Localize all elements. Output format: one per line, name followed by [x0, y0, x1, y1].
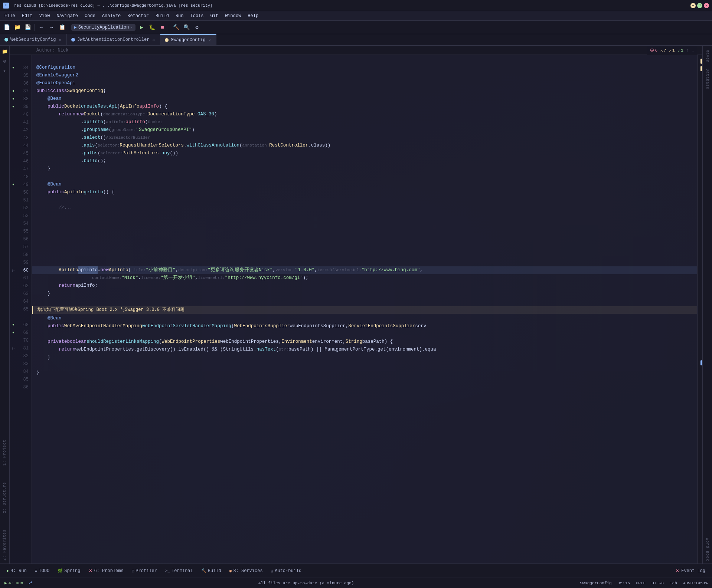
code-line-57 — [32, 243, 697, 251]
status-indent[interactable]: Tab — [668, 581, 679, 585]
maximize-button[interactable]: □ — [697, 3, 702, 8]
arrow-up[interactable]: ↑ — [686, 48, 689, 53]
toolbar-new-file[interactable]: 📄 — [2, 23, 11, 32]
tab-icon-websecurityconfig — [4, 38, 8, 42]
bottom-tab-spring[interactable]: 🌿 Spring — [54, 567, 84, 575]
ok-badge[interactable]: ✓ 1 — [678, 48, 683, 53]
line-num-54: 54 — [10, 220, 32, 227]
bottom-tab-services[interactable]: ◉ 8: Services — [226, 567, 267, 575]
tab-close-swaggerconfig[interactable]: ✕ — [208, 38, 212, 43]
error-icon: ⦿ — [650, 48, 654, 53]
bottom-tab-todo[interactable]: ≡ TODO — [31, 567, 53, 575]
bottom-tab-problems[interactable]: ⦿ 6: Problems — [85, 567, 127, 575]
toolbar-open[interactable]: 📁 — [13, 23, 22, 32]
bottom-tab-profiler[interactable]: ◎ Profiler — [128, 567, 161, 575]
bottom-tab-terminal[interactable]: >_ Terminal — [161, 567, 197, 575]
bottom-tabs-bar: ▶ 4: Run ≡ TODO 🌿 Spring ⦿ 6: Problems ◎… — [0, 564, 712, 578]
tab-jwtauthcontroller[interactable]: JwtAuthenticationController ✕ — [67, 34, 160, 45]
alert-badge[interactable]: △ 1 — [669, 48, 675, 53]
info-bar: ⦿ 6 △ 7 △ 1 ✓ 1 ↑ ↓ — [647, 46, 697, 55]
toolbar-run[interactable]: ▶ — [137, 23, 146, 32]
profiler-tab-label: Profiler — [135, 568, 157, 574]
warning-badge[interactable]: △ 7 — [660, 48, 666, 53]
line-num-41: 41 — [10, 118, 32, 126]
right-sidebar: Maven Database Word Book — [702, 46, 712, 564]
menu-window[interactable]: Window — [222, 13, 244, 19]
status-position[interactable]: 35:16 — [616, 581, 631, 585]
menu-run[interactable]: Run — [173, 13, 187, 19]
run-config-selector[interactable]: ▶ SecurityApplication ▾ — [71, 24, 135, 31]
tab-close-websecurityconfig[interactable]: ✕ — [58, 37, 62, 42]
menu-edit[interactable]: Edit — [19, 13, 36, 19]
status-git-info[interactable]: 4390:1953% — [682, 581, 709, 585]
menu-refactor[interactable]: Refactor — [124, 13, 152, 19]
code-line-43: .select() ApiSelectorBuilder — [32, 134, 697, 142]
status-filename: SwaggerConfig — [578, 581, 613, 585]
toolbar-stop[interactable]: ■ — [158, 23, 167, 32]
sidebar-structure-label[interactable]: 2: Structure — [3, 479, 7, 516]
code-content[interactable]: @Configuration @EnableSwagger2 @EnableOp… — [32, 55, 697, 564]
menu-navigate[interactable]: Navigate — [53, 13, 81, 19]
toolbar-debug[interactable]: 🐛 — [147, 23, 156, 32]
line-num-55: 55 — [10, 227, 32, 235]
close-button[interactable]: ✕ — [704, 3, 709, 8]
sidebar-favorites-icon[interactable]: ★ — [1, 67, 9, 75]
toolbar-forward[interactable]: → — [47, 23, 56, 32]
status-right: SwaggerConfig 35:16 CRLF UTF-8 Tab 4390:… — [578, 581, 709, 585]
bottom-tab-eventlog[interactable]: ⦿ Event Log — [672, 567, 709, 575]
toolbar-build[interactable]: 🔨 — [172, 23, 180, 32]
toolbar-sep2 — [69, 24, 69, 31]
wordbook-label[interactable]: Word Book — [704, 536, 711, 564]
sidebar-project-icon[interactable]: 📁 — [1, 47, 9, 56]
git-icon: ⎇ — [27, 581, 32, 585]
code-editor[interactable]: ● 34 35 36 ● 37 ● 38 ● 39 40 41 — [10, 55, 702, 564]
line-sep-label: CRLF — [636, 581, 646, 585]
line-num-37: ● 37 — [10, 87, 32, 95]
right-gutter-scrollbar[interactable] — [697, 55, 702, 564]
toolbar-search[interactable]: 🔍 — [182, 23, 191, 32]
code-line-49: @Bean — [32, 181, 697, 188]
line-num-61: 61 — [10, 274, 32, 282]
menu-analyze[interactable]: Analyze — [99, 13, 124, 19]
arrow-down[interactable]: ↓ — [692, 48, 694, 53]
line-num-51: 51 — [10, 196, 32, 204]
toolbar-recent[interactable]: 📋 — [58, 23, 66, 32]
database-label[interactable]: Database — [704, 66, 711, 92]
code-line-61: contactName: "Nick", license: "第一开发小组", … — [32, 274, 697, 282]
sidebar-structure-icon[interactable]: ⚙ — [1, 57, 9, 65]
code-line-58 — [32, 251, 697, 259]
bottom-tab-run[interactable]: ▶ 4: Run — [3, 567, 30, 575]
todo-tab-label: TODO — [39, 568, 49, 574]
bottom-tab-autobuild[interactable]: △ Auto-build — [267, 567, 306, 575]
problems-tab-label: 6: Problems — [94, 568, 123, 574]
sidebar-favorites-label[interactable]: 2: Favorites — [3, 526, 7, 564]
menu-view[interactable]: View — [36, 13, 53, 19]
error-badge[interactable]: ⦿ 6 — [650, 48, 657, 53]
status-line-sep[interactable]: CRLF — [634, 581, 647, 585]
toolbar-back[interactable]: ← — [37, 23, 46, 32]
status-message: All files are up-to-date (a minute ago) — [37, 581, 575, 585]
minimize-button[interactable]: – — [690, 3, 696, 8]
line-num-49: ● 49 — [10, 181, 32, 188]
code-line-65: 增加如下配置可解决Spring Boot 2.x 与Swagger 3.0.0 … — [32, 306, 697, 314]
menu-help[interactable]: Help — [245, 13, 261, 19]
menu-file[interactable]: File — [1, 13, 18, 19]
menu-tools[interactable]: Tools — [187, 13, 207, 19]
status-run-item[interactable]: ▶ 4: Run — [3, 581, 25, 585]
menu-build[interactable]: Build — [153, 13, 172, 19]
status-run-label: 4: Run — [9, 581, 23, 585]
maven-label[interactable]: Maven — [704, 47, 711, 65]
toolbar-save[interactable]: 💾 — [23, 23, 32, 32]
sidebar-project-label[interactable]: 1: Project — [3, 437, 7, 469]
status-encoding[interactable]: UTF-8 — [650, 581, 665, 585]
line-num-59: 59 — [10, 259, 32, 266]
status-git[interactable]: ⎇ — [26, 581, 34, 585]
toolbar-settings[interactable]: ⚙ — [192, 23, 201, 32]
menu-code[interactable]: Code — [82, 13, 98, 19]
tab-websecurityconfig[interactable]: WebSecurityConfig ✕ — [0, 34, 67, 45]
left-sidebar: 📁 ⚙ ★ 1: Project 2: Structure 2: Favorit… — [0, 46, 10, 564]
tab-close-jwtauthcontroller[interactable]: ✕ — [151, 37, 156, 42]
menu-git[interactable]: Git — [208, 13, 222, 19]
bottom-tab-build[interactable]: 🔨 Build — [197, 567, 225, 575]
tab-swaggerconfig[interactable]: SwaggerConfig ✕ — [160, 34, 216, 45]
